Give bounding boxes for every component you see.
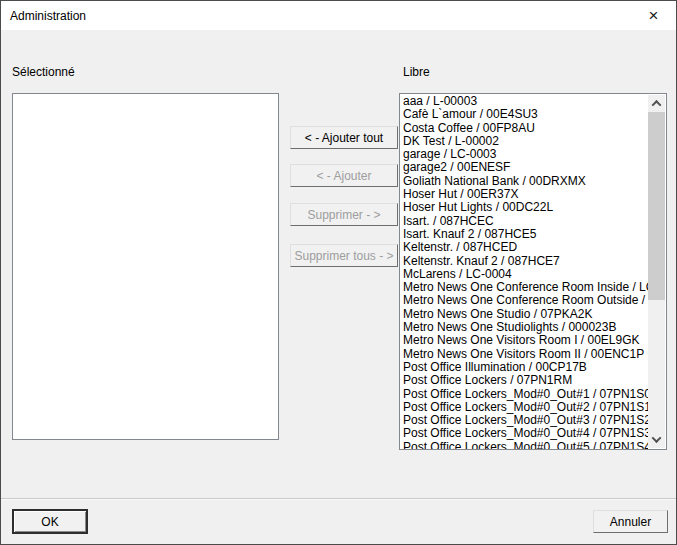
list-item[interactable]: Metro News One Visitors Room I / 00EL9GK [403, 334, 648, 347]
free-list-scrollbar[interactable] [648, 95, 665, 448]
list-item[interactable]: Metro News One Studiolights / 000023B [403, 321, 648, 334]
list-item[interactable]: Costa Coffee / 00FP8AU [403, 122, 648, 135]
list-item[interactable]: Metro News One Visitors Room II / 00ENC1… [403, 348, 648, 361]
list-item[interactable]: Post Office Lockers_Mod#0_Out#1 / 07PN1S… [403, 388, 648, 401]
list-item[interactable]: Post Office Lockers_Mod#0_Out#4 / 07PN1S… [403, 427, 648, 440]
ok-button[interactable]: OK [12, 509, 88, 534]
add-all-button[interactable]: < - Ajouter tout [290, 126, 398, 149]
selected-listbox[interactable] [12, 93, 279, 440]
list-item[interactable]: aaa / L-00003 [403, 95, 648, 108]
list-item[interactable]: Post Office Illumination / 00CP17B [403, 361, 648, 374]
list-item[interactable]: Post Office Lockers_Mod#0_Out#3 / 07PN1S… [403, 414, 648, 427]
cancel-label: Annuler [610, 515, 651, 529]
list-item[interactable]: DK Test / L-00002 [403, 135, 648, 148]
add-all-label: < - Ajouter tout [305, 131, 383, 145]
list-item[interactable]: Hoser Hut Lights / 00DC22L [403, 201, 648, 214]
add-label: < - Ajouter [316, 169, 371, 183]
scroll-thumb[interactable] [648, 112, 665, 300]
list-item[interactable]: Isart. / 087HCEC [403, 215, 648, 228]
list-item[interactable]: Metro News One Conference Room Inside / … [403, 281, 648, 294]
list-item[interactable]: Hoser Hut / 00ER37X [403, 188, 648, 201]
window-title: Administration [1, 9, 86, 23]
remove-button[interactable]: Supprimer - > [290, 203, 398, 226]
list-item[interactable]: Cafè L`amour / 00E4SU3 [403, 108, 648, 121]
free-label: Libre [403, 65, 430, 79]
list-item[interactable]: garage / LC-0003 [403, 148, 648, 161]
list-item[interactable]: Goliath National Bank / 00DRXMX [403, 175, 648, 188]
selected-label: Sélectionné [12, 65, 75, 79]
list-item[interactable]: Post Office Lockers_Mod#0_Out#2 / 07PN1S… [403, 401, 648, 414]
cancel-button[interactable]: Annuler [593, 510, 668, 533]
scroll-up-button[interactable] [648, 95, 665, 112]
remove-all-label: Supprimer tous - > [294, 249, 393, 263]
free-list-items: aaa / L-00003Cafè L`amour / 00E4SU3Costa… [400, 95, 648, 449]
selected-list-items [13, 95, 278, 439]
close-button[interactable]: × [631, 1, 676, 29]
list-item[interactable]: Post Office Lockers_Mod#0_Out#5 / 07PN1S… [403, 441, 648, 449]
remove-all-button[interactable]: Supprimer tous - > [290, 244, 398, 267]
list-item[interactable]: Isart. Knauf 2 / 087HCE5 [403, 228, 648, 241]
ok-label: OK [41, 515, 58, 529]
chevron-down-icon [652, 433, 662, 443]
footer-separator [1, 498, 677, 500]
remove-label: Supprimer - > [307, 208, 380, 222]
list-item[interactable]: Post Office Lockers / 07PN1RM [403, 374, 648, 387]
free-listbox[interactable]: aaa / L-00003Cafè L`amour / 00E4SU3Costa… [399, 93, 667, 450]
dialog-administration: Administration × Sélectionné Libre < - A… [0, 0, 677, 545]
scroll-down-button[interactable] [648, 431, 665, 448]
list-item[interactable]: Metro News One Studio / 07PKA2K [403, 308, 648, 321]
titlebar: Administration × [1, 1, 676, 30]
list-item[interactable]: garage2 / 00ENESF [403, 161, 648, 174]
chevron-up-icon [652, 100, 662, 110]
add-button[interactable]: < - Ajouter [290, 164, 398, 187]
list-item[interactable]: McLarens / LC-0004 [403, 268, 648, 281]
list-item[interactable]: Keltenstr. Knauf 2 / 087HCE7 [403, 255, 648, 268]
list-item[interactable]: Keltenstr. / 087HCED [403, 241, 648, 254]
close-icon: × [649, 7, 659, 24]
list-item[interactable]: Metro News One Conference Room Outside /… [403, 294, 648, 307]
